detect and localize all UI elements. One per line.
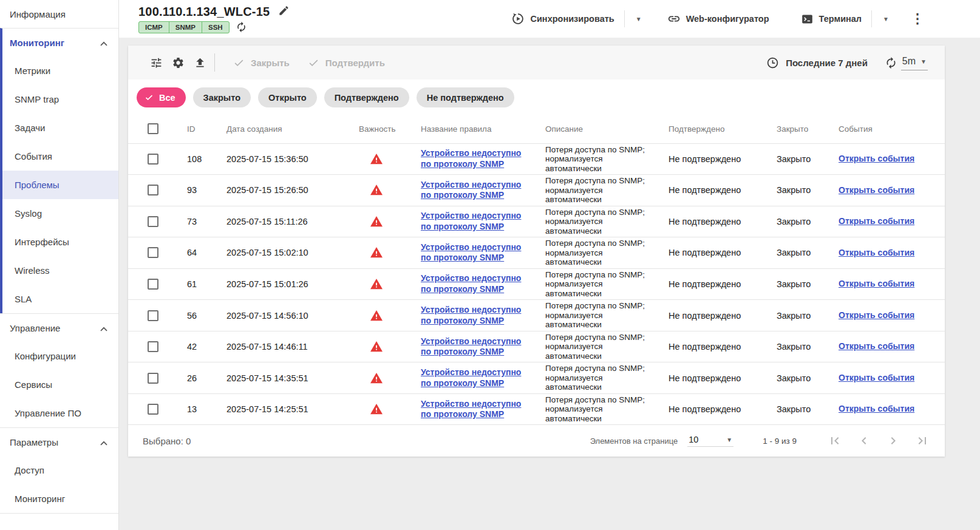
- sidebar-item-2-0[interactable]: Конфигурации: [0, 342, 118, 370]
- filter-chip-label: Открыто: [268, 93, 307, 103]
- table-row: 612025-07-15 15:01:26Устройство недоступ…: [128, 268, 945, 300]
- events-link[interactable]: Открыть события: [839, 279, 914, 288]
- col-id: ID: [180, 115, 219, 143]
- chevron-up-icon: [100, 38, 107, 48]
- filter-tune-icon[interactable]: [145, 52, 167, 73]
- check-icon: [308, 57, 319, 69]
- sidebar-section-1[interactable]: Мониторинг: [2, 29, 118, 56]
- sidebar-item-3-1[interactable]: Мониторинг: [0, 484, 118, 513]
- sidebar-item-2-1[interactable]: Сервисы: [0, 370, 118, 399]
- warning-icon: [370, 372, 409, 384]
- filter-chip-3[interactable]: Подтверждено: [324, 87, 409, 107]
- row-checkbox[interactable]: [148, 279, 158, 290]
- terminal-button[interactable]: Терминал: [797, 9, 866, 29]
- table-row: 1082025-07-15 15:36:50Устройство недосту…: [128, 143, 945, 175]
- protocol-badges: ICMPSNMPSSH: [138, 21, 230, 33]
- sidebar-item-1-3[interactable]: События: [2, 142, 118, 171]
- cell-closed: Закрыто: [769, 331, 831, 362]
- items-per-page-select[interactable]: 10 ▼: [687, 435, 733, 447]
- cell-description: Потеря доступа по SNMP; нормализуется ав…: [545, 239, 656, 267]
- close-problems-button[interactable]: Закрыть: [233, 57, 290, 69]
- last-page-icon[interactable]: [911, 429, 934, 452]
- cell-id: 56: [180, 300, 219, 331]
- row-checkbox[interactable]: [148, 341, 158, 352]
- sidebar-item-2-2[interactable]: Управление ПО: [0, 399, 118, 427]
- more-menu-icon[interactable]: ⋮: [907, 11, 928, 27]
- cell-closed: Закрыто: [769, 300, 831, 331]
- events-link[interactable]: Открыть события: [839, 341, 914, 351]
- sidebar-item-1-2[interactable]: Задачи: [2, 114, 118, 142]
- filter-chip-label: Закрыто: [203, 93, 240, 103]
- cell-id: 42: [180, 331, 219, 362]
- sidebar-item-3-0[interactable]: Доступ: [0, 456, 118, 484]
- sidebar-item-1-1[interactable]: SNMP trap: [2, 85, 118, 114]
- events-link[interactable]: Открыть события: [839, 310, 914, 320]
- cell-closed: Закрыто: [769, 362, 831, 394]
- row-checkbox[interactable]: [148, 185, 158, 195]
- prev-page-icon[interactable]: [852, 429, 876, 452]
- next-page-icon[interactable]: [882, 429, 905, 452]
- sidebar-item-1-5[interactable]: Syslog: [2, 199, 118, 228]
- table-row: 262025-07-15 14:35:51Устройство недоступ…: [128, 362, 945, 394]
- events-link[interactable]: Открыть события: [839, 404, 914, 413]
- select-all-checkbox[interactable]: [148, 123, 158, 134]
- refresh-interval-control[interactable]: 5m ▼: [885, 55, 928, 70]
- upload-icon[interactable]: [189, 52, 211, 73]
- rule-link[interactable]: Устройство недоступно по протоколу SNMP: [421, 242, 521, 263]
- refresh-status-icon[interactable]: [236, 21, 247, 33]
- filter-chip-2[interactable]: Открыто: [258, 87, 317, 107]
- rule-link[interactable]: Устройство недоступно по протоколу SNMP: [421, 211, 521, 231]
- terminal-dropdown-caret[interactable]: ▼: [878, 13, 894, 25]
- cell-description: Потеря доступа по SNMP; нормализуется ав…: [545, 145, 656, 174]
- events-link[interactable]: Открыть события: [839, 154, 914, 163]
- cell-acknowledged: Не подтверждено: [661, 143, 769, 175]
- events-link[interactable]: Открыть события: [839, 185, 914, 195]
- filter-chip-4[interactable]: Не подтверждено: [417, 87, 514, 107]
- edit-icon[interactable]: [278, 5, 290, 19]
- row-checkbox[interactable]: [148, 247, 158, 258]
- filter-chip-label: Все: [159, 93, 175, 103]
- sidebar-item-1-4[interactable]: Проблемы: [2, 171, 118, 199]
- rule-link[interactable]: Устройство недоступно по протоколу SNMP: [421, 180, 521, 200]
- events-link[interactable]: Открыть события: [839, 248, 914, 257]
- divider: [624, 10, 625, 27]
- settings-gear-icon[interactable]: [167, 52, 189, 73]
- rule-link[interactable]: Устройство недоступно по протоколу SNMP: [421, 399, 521, 420]
- filter-chip-0[interactable]: Все: [137, 87, 186, 107]
- sidebar-item-1-0[interactable]: Метрики: [2, 56, 118, 85]
- device-header: 100.110.1.134_WLC-15 ICMPSNMPSSH: [119, 0, 980, 38]
- sidebar-item-1-7[interactable]: Wireless: [2, 256, 118, 285]
- events-link[interactable]: Открыть события: [839, 216, 914, 226]
- sync-dropdown-caret[interactable]: ▼: [631, 13, 647, 25]
- time-range-button[interactable]: Последние 7 дней: [766, 56, 868, 69]
- rule-link[interactable]: Устройство недоступно по протоколу SNMP: [421, 305, 521, 325]
- sidebar-item-1-6[interactable]: Интерфейсы: [2, 228, 118, 256]
- rule-link[interactable]: Устройство недоступно по протоколу SNMP: [421, 336, 521, 357]
- sidebar-group-3: ПараметрыДоступМониторинг: [0, 427, 118, 513]
- web-configurator-button[interactable]: Web-конфигуратор: [664, 8, 773, 29]
- main-area: 100.110.1.134_WLC-15 ICMPSNMPSSH: [119, 0, 980, 530]
- confirm-problems-button[interactable]: Подтвердить: [308, 57, 385, 69]
- rule-link[interactable]: Устройство недоступно по протоколу SNMP: [421, 273, 521, 294]
- sidebar-item-top-0[interactable]: Информация: [0, 0, 118, 28]
- sidebar-item-1-8[interactable]: SLA: [2, 285, 118, 313]
- rule-link[interactable]: Устройство недоступно по протоколу SNMP: [421, 148, 521, 169]
- row-checkbox[interactable]: [148, 216, 158, 227]
- row-checkbox[interactable]: [148, 404, 158, 415]
- sync-button[interactable]: Синхронизировать: [508, 8, 618, 29]
- sidebar-section-label: Мониторинг: [10, 38, 64, 48]
- events-link[interactable]: Открыть события: [839, 373, 914, 382]
- cell-id: 13: [180, 393, 219, 424]
- row-checkbox[interactable]: [148, 373, 158, 384]
- filter-chip-1[interactable]: Закрыто: [193, 87, 251, 107]
- rule-link[interactable]: Устройство недоступно по протоколу SNMP: [421, 367, 521, 388]
- first-page-icon[interactable]: [823, 429, 846, 452]
- sidebar-section-3[interactable]: Параметры: [0, 428, 118, 456]
- col-description: Описание: [538, 115, 661, 143]
- table-row: 132025-07-15 14:25:51Устройство недоступ…: [128, 393, 945, 424]
- row-checkbox[interactable]: [148, 310, 158, 321]
- cell-description: Потеря доступа по SNMP; нормализуется ав…: [545, 176, 656, 205]
- chevron-up-icon: [100, 323, 107, 333]
- sidebar-section-2[interactable]: Управление: [0, 314, 118, 342]
- row-checkbox[interactable]: [148, 154, 158, 165]
